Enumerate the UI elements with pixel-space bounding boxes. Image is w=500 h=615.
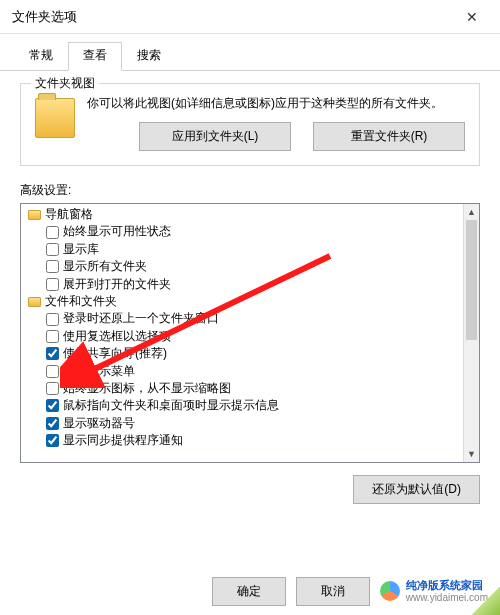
dialog-footer: 确定 取消 纯净版系统家园 www.yidaimei.com xyxy=(0,567,500,615)
tree-item: 始终显示图标，从不显示缩略图 xyxy=(23,380,463,397)
option-checkbox[interactable] xyxy=(46,313,59,326)
scrollbar[interactable]: ▲ ▼ xyxy=(463,204,479,462)
tree-item: 显示库 xyxy=(23,241,463,258)
tree-item-label: 始终显示菜单 xyxy=(63,363,135,380)
tree-item-label: 文件和文件夹 xyxy=(45,293,117,310)
tree-item: 显示所有文件夹 xyxy=(23,258,463,275)
tree-item-label: 显示同步提供程序通知 xyxy=(63,432,183,449)
option-checkbox[interactable] xyxy=(46,347,59,360)
scroll-down-button[interactable]: ▼ xyxy=(464,446,479,462)
tree-item: 始终显示可用性状态 xyxy=(23,223,463,240)
advanced-settings-tree: 导航窗格始终显示可用性状态显示库显示所有文件夹展开到打开的文件夹文件和文件夹登录… xyxy=(20,203,480,463)
folder-views-description: 你可以将此视图(如详细信息或图标)应用于这种类型的所有文件夹。 xyxy=(87,94,465,112)
tree-item-label: 鼠标指向文件夹和桌面项时显示提示信息 xyxy=(63,397,279,414)
tree-item-label: 显示驱动器号 xyxy=(63,415,135,432)
option-checkbox[interactable] xyxy=(46,382,59,395)
tab-view[interactable]: 查看 xyxy=(68,42,122,71)
folder-small-icon xyxy=(27,295,41,309)
option-checkbox[interactable] xyxy=(46,434,59,447)
tree-item-label: 使用复选框以选择项 xyxy=(63,328,171,345)
brand-logo-icon xyxy=(380,581,400,601)
option-checkbox[interactable] xyxy=(46,417,59,430)
tree-item-label: 始终显示图标，从不显示缩略图 xyxy=(63,380,231,397)
tree-item: 登录时还原上一个文件夹窗口 xyxy=(23,310,463,327)
option-checkbox[interactable] xyxy=(46,260,59,273)
option-checkbox[interactable] xyxy=(46,399,59,412)
tree-item: 使用复选框以选择项 xyxy=(23,328,463,345)
tree-item: 始终显示菜单 xyxy=(23,363,463,380)
option-checkbox[interactable] xyxy=(46,330,59,343)
tree-item: 使用共享向导(推荐) xyxy=(23,345,463,362)
folder-views-label: 文件夹视图 xyxy=(31,75,99,92)
restore-defaults-button[interactable]: 还原为默认值(D) xyxy=(353,475,480,504)
close-icon: ✕ xyxy=(466,9,478,25)
tree-item: 显示驱动器号 xyxy=(23,415,463,432)
close-button[interactable]: ✕ xyxy=(452,3,492,31)
ok-button[interactable]: 确定 xyxy=(212,577,286,606)
cancel-button[interactable]: 取消 xyxy=(296,577,370,606)
tree-item: 展开到打开的文件夹 xyxy=(23,276,463,293)
tree-folder: 文件和文件夹 xyxy=(23,293,463,310)
tree-item-label: 登录时还原上一个文件夹窗口 xyxy=(63,310,219,327)
tree-item: 鼠标指向文件夹和桌面项时显示提示信息 xyxy=(23,397,463,414)
reset-folders-button[interactable]: 重置文件夹(R) xyxy=(313,122,465,151)
scroll-thumb[interactable] xyxy=(466,220,477,340)
folder-icon xyxy=(35,98,75,138)
scroll-track[interactable] xyxy=(464,220,479,446)
tab-general[interactable]: 常规 xyxy=(14,42,68,70)
tab-search[interactable]: 搜索 xyxy=(122,42,176,70)
scroll-up-button[interactable]: ▲ xyxy=(464,204,479,220)
folder-views-group: 文件夹视图 你可以将此视图(如详细信息或图标)应用于这种类型的所有文件夹。 应用… xyxy=(20,83,480,166)
tree-item-label: 始终显示可用性状态 xyxy=(63,223,171,240)
option-checkbox[interactable] xyxy=(46,278,59,291)
apply-to-folders-button[interactable]: 应用到文件夹(L) xyxy=(139,122,291,151)
tree-item-label: 导航窗格 xyxy=(45,206,93,223)
tree-item-label: 显示所有文件夹 xyxy=(63,258,147,275)
tab-strip: 常规 查看 搜索 xyxy=(0,34,500,71)
option-checkbox[interactable] xyxy=(46,365,59,378)
tree-item-label: 使用共享向导(推荐) xyxy=(63,345,167,362)
tree-item-label: 显示库 xyxy=(63,241,99,258)
tab-content: 文件夹视图 你可以将此视图(如详细信息或图标)应用于这种类型的所有文件夹。 应用… xyxy=(0,71,500,463)
tree-item: 显示同步提供程序通知 xyxy=(23,432,463,449)
advanced-settings-label: 高级设置: xyxy=(20,182,480,199)
tree-item-label: 展开到打开的文件夹 xyxy=(63,276,171,293)
window-title: 文件夹选项 xyxy=(12,8,452,26)
tree-folder: 导航窗格 xyxy=(23,206,463,223)
option-checkbox[interactable] xyxy=(46,226,59,239)
folder-small-icon xyxy=(27,208,41,222)
option-checkbox[interactable] xyxy=(46,243,59,256)
page-corner-icon xyxy=(472,587,500,615)
